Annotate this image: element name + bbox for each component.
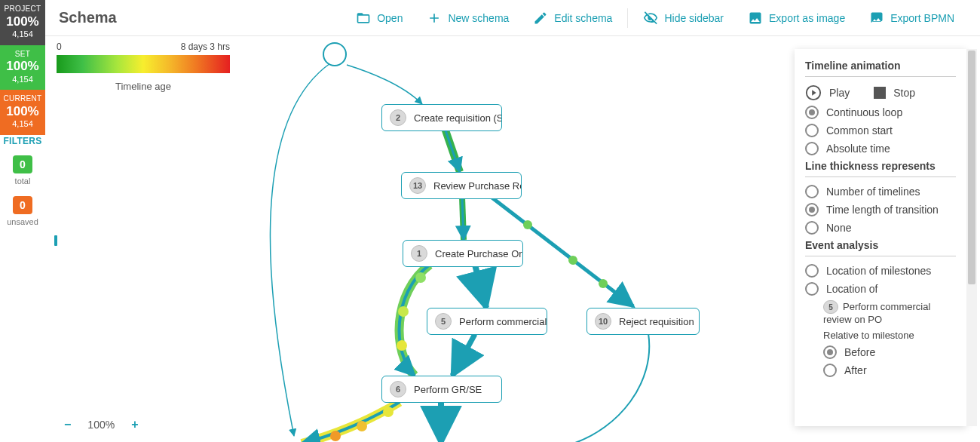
node-label: Reject requisition [619,316,694,327]
radio-label: Number of timelines [826,186,920,198]
radio-before[interactable]: Before [823,345,956,359]
radio-label: Time length of transition [826,204,939,216]
radio-icon [823,345,837,359]
play-icon[interactable] [805,84,822,101]
folder-icon [356,11,371,26]
radio-label: Common start [826,124,893,137]
radio-location-milestones[interactable]: Location of milestones [805,264,956,278]
radio-icon [805,282,819,296]
stop-icon[interactable] [874,87,886,99]
plus-icon [427,11,442,26]
filters-header: FILTERS [0,136,45,146]
image-icon [748,11,763,26]
radio-common-start[interactable]: Common start [805,124,956,137]
radio-icon [805,124,819,137]
new-schema-label: New schema [448,12,509,24]
export-image-button[interactable]: Export as image [748,11,845,26]
export-image-label: Export as image [769,12,845,24]
radio-icon [805,142,819,155]
filters-unsaved-label: unsaved [0,217,45,226]
event-pill: 5 [823,300,838,314]
zoom-in-button[interactable]: + [131,418,138,431]
metric-set[interactable]: SET 100% 4,154 [0,45,45,91]
zoom-controls: − 100% + [64,418,139,431]
radio-label: Location of [826,283,878,295]
radio-location-of[interactable]: Location of [805,282,956,296]
svg-point-3 [415,272,426,283]
node-review-purchase[interactable]: 13 Review Purchase Re... [401,172,522,199]
node-label: Perform commercial ... [459,316,547,327]
svg-point-7 [357,421,367,431]
node-label: Review Purchase Re... [433,180,522,192]
metric-set-title: SET [0,50,45,59]
toolbar-separator [627,8,628,28]
radio-thickness-time[interactable]: Time length of transition [805,203,956,216]
event-sub: 5Perform commercial review on PO Relativ… [823,300,956,377]
metric-current-pct: 100% [0,104,45,119]
thickness-heading: Line thickness represents [805,160,956,177]
filters-unsaved-chip[interactable]: 0 [13,196,32,214]
node-perform-grse[interactable]: 6 Perform GR/SE [381,376,502,403]
radio-label: Absolute time [826,143,890,155]
hide-sidebar-label: Hide sidebar [664,12,724,24]
svg-point-6 [383,407,394,417]
radio-label: Before [844,346,875,358]
radio-label: None [826,222,851,234]
node-badge: 6 [390,381,406,397]
metric-project-pct: 100% [0,14,45,29]
node-badge: 5 [435,313,452,330]
eye-off-icon [643,11,658,26]
node-badge: 1 [411,245,427,262]
metric-project[interactable]: PROJECT 100% 4,154 [0,0,45,45]
pencil-icon [533,11,548,26]
edit-schema-label: Edit schema [554,12,612,24]
radio-icon [805,264,819,278]
toolbar: Schema Open New schema Edit schema Hide … [45,0,980,36]
node-label: Create Purchase Order [435,248,523,259]
node-badge: 2 [390,109,406,126]
radio-thickness-none[interactable]: None [805,221,956,235]
filters-total-label: total [0,176,45,186]
radio-label: Location of milestones [826,265,931,277]
scrollbar-thumb[interactable] [968,51,975,284]
relative-label: Relative to milestone [823,330,956,341]
svg-point-8 [330,431,341,441]
node-label: Perform GR/SE [414,384,482,395]
zoom-value: 100% [87,419,115,431]
radio-label: After [844,364,867,376]
start-event[interactable] [323,42,347,66]
metric-project-count: 4,154 [0,29,45,39]
page-title: Schema [59,9,117,26]
metric-current-count: 4,154 [0,119,45,129]
svg-point-4 [398,306,409,317]
timeline-heading: Timeline animation [805,60,956,77]
image-icon [869,11,884,26]
zoom-out-button[interactable]: − [64,418,71,431]
svg-point-1 [568,256,577,265]
hide-sidebar-button[interactable]: Hide sidebar [643,11,724,26]
node-reject-requisition[interactable]: 10 Reject requisition [586,308,700,335]
export-bpmn-button[interactable]: Export BPMN [869,11,954,26]
new-schema-button[interactable]: New schema [427,11,509,26]
metric-current[interactable]: CURRENT 100% 4,154 [0,90,45,135]
event-text: Perform commercial review on PO [823,301,930,326]
radio-icon [805,203,819,216]
stop-label: Stop [893,87,915,99]
node-badge: 10 [595,313,611,330]
node-create-po[interactable]: 1 Create Purchase Order [403,240,523,267]
panel-scrollbar[interactable] [966,49,977,426]
radio-thickness-number[interactable]: Number of timelines [805,185,956,198]
svg-point-2 [599,279,608,288]
node-badge: 13 [409,177,426,194]
filters-total-chip[interactable]: 0 [13,155,32,173]
radio-after[interactable]: After [823,364,956,377]
node-perform-commercial[interactable]: 5 Perform commercial ... [427,308,547,335]
edit-schema-button[interactable]: Edit schema [533,11,612,26]
radio-absolute-time[interactable]: Absolute time [805,142,956,155]
open-button[interactable]: Open [356,11,403,26]
radio-icon [823,364,837,377]
svg-point-0 [523,220,532,229]
node-create-requisition[interactable]: 2 Create requisition (SC) [381,104,502,131]
metric-set-count: 4,154 [0,75,45,84]
radio-continuous-loop[interactable]: Continuous loop [805,106,956,119]
